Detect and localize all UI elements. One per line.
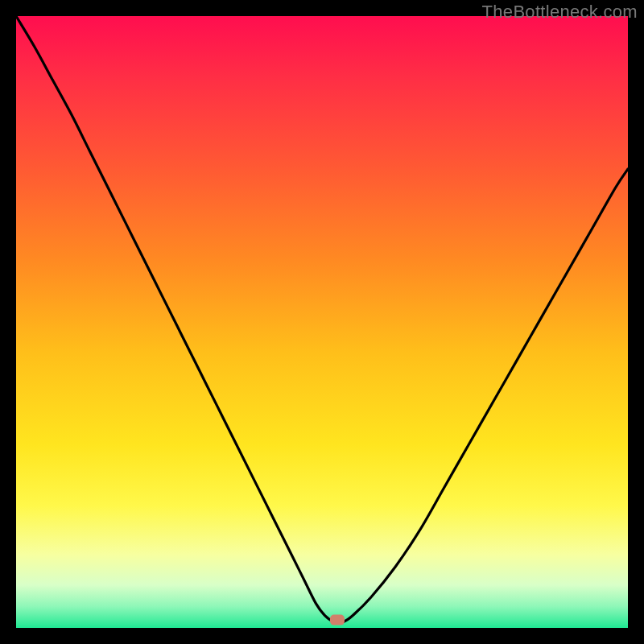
watermark-text: TheBottleneck.com [482,2,638,23]
bottleneck-chart [16,16,628,628]
optimal-point-marker [330,615,345,625]
chart-frame [16,16,628,628]
chart-background [16,16,628,628]
